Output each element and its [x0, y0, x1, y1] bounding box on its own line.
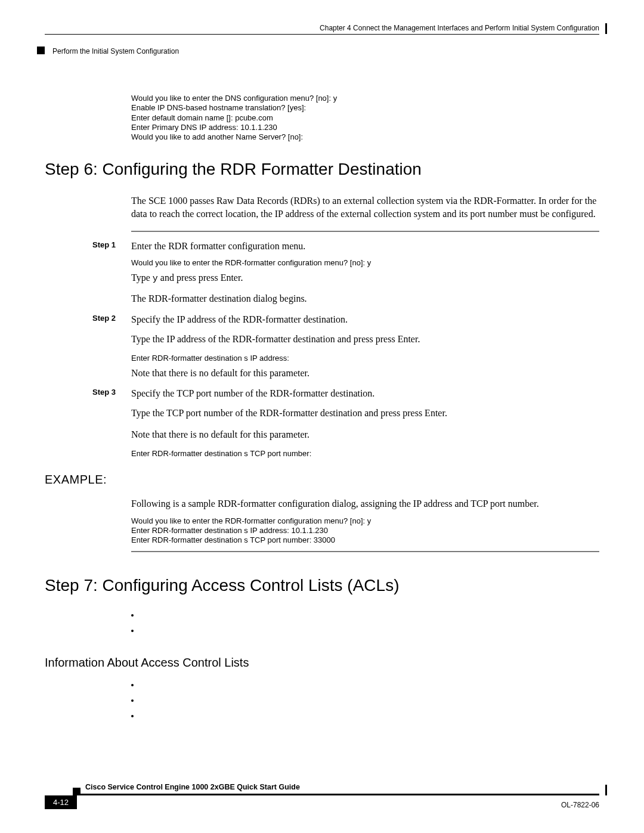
- list-item: [140, 626, 599, 638]
- example-text: Following is a sample RDR-formatter conf…: [131, 497, 599, 510]
- step3-row: Step 3 Specify the TCP port number of th…: [92, 386, 599, 401]
- dns-config-code: Would you like to enter the DNS configur…: [131, 94, 599, 142]
- step2-text: Specify the IP address of the RDR-format…: [131, 312, 348, 327]
- page-header: Chapter 4 Connect the Management Interfa…: [45, 24, 599, 42]
- step7-heading: Step 7: Configuring Access Control Lists…: [45, 576, 599, 595]
- step1-row: Step 1 Enter the RDR formatter configura…: [92, 239, 599, 253]
- step6-heading: Step 6: Configuring the RDR Formatter De…: [45, 160, 599, 179]
- header-corner-mark: [605, 23, 607, 34]
- page-subheader: Perform the Initial System Configuration: [45, 47, 599, 55]
- page-number: 4-12: [45, 795, 77, 809]
- step1-type: Type y and press press Enter.: [131, 270, 599, 286]
- subheader-section: Perform the Initial System Configuration: [45, 47, 599, 55]
- footer-rule: [80, 794, 599, 795]
- footer-block: Cisco Service Control Engine 1000 2xGBE …: [80, 783, 599, 795]
- list-item: [140, 611, 599, 623]
- step2-row: Step 2 Specify the IP address of the RDR…: [92, 312, 599, 327]
- step1-type-prefix: Type: [131, 272, 153, 283]
- content-area: Would you like to enter the DNS configur…: [45, 94, 599, 723]
- list-item: [140, 711, 599, 723]
- example-heading: EXAMPLE:: [45, 473, 599, 487]
- acl-info-bullets: [140, 680, 599, 723]
- step1-label: Step 1: [92, 239, 131, 253]
- acl-info-heading: Information About Access Control Lists: [45, 656, 599, 670]
- step3-note: Note that there is no default for this p…: [131, 427, 599, 442]
- step3-label: Step 3: [92, 386, 131, 401]
- document-page: Chapter 4 Connect the Management Interfa…: [0, 0, 644, 833]
- footer-square-mark: [73, 788, 80, 795]
- divider-bottom: [131, 551, 599, 552]
- divider-top: [131, 231, 599, 232]
- doc-id: OL-7822-06: [561, 801, 599, 809]
- example-code: Would you like to enter the RDR-formatte…: [131, 516, 599, 546]
- step2-line2: Type the IP address of the RDR-formatter…: [131, 332, 599, 347]
- header-rule: [45, 34, 599, 35]
- step3-line2: Type the TCP port number of the RDR-form…: [131, 405, 599, 421]
- step7-bullets: [140, 611, 599, 638]
- step2-code: Enter RDR-formatter destination s IP add…: [131, 352, 599, 364]
- footer-row: 4-12 OL-7822-06: [45, 795, 599, 809]
- header-chapter: Chapter 4 Connect the Management Interfa…: [45, 24, 599, 32]
- step1-after: The RDR-formatter destination dialog beg…: [131, 291, 599, 306]
- step2-label: Step 2: [92, 312, 131, 327]
- list-item: [140, 696, 599, 708]
- step1-text: Enter the RDR formatter configuration me…: [131, 239, 305, 253]
- footer-corner-mark: [605, 785, 607, 795]
- step2-note: Note that there is no default for this p…: [131, 366, 599, 381]
- step6-intro: The SCE 1000 passes Raw Data Records (RD…: [131, 194, 599, 220]
- step1-type-mono: y: [153, 274, 158, 284]
- step3-text: Specify the TCP port number of the RDR-f…: [131, 386, 374, 401]
- list-item: [140, 680, 599, 692]
- subheader-square-mark: [37, 47, 45, 54]
- footer-guide-title: Cisco Service Control Engine 1000 2xGBE …: [80, 783, 599, 791]
- step1-type-suffix: and press press Enter.: [158, 272, 243, 283]
- page-footer: Cisco Service Control Engine 1000 2xGBE …: [45, 783, 599, 809]
- step1-code: Would you like to enter the RDR-formatte…: [131, 257, 599, 269]
- step3-code: Enter RDR-formatter destination s TCP po…: [131, 448, 599, 460]
